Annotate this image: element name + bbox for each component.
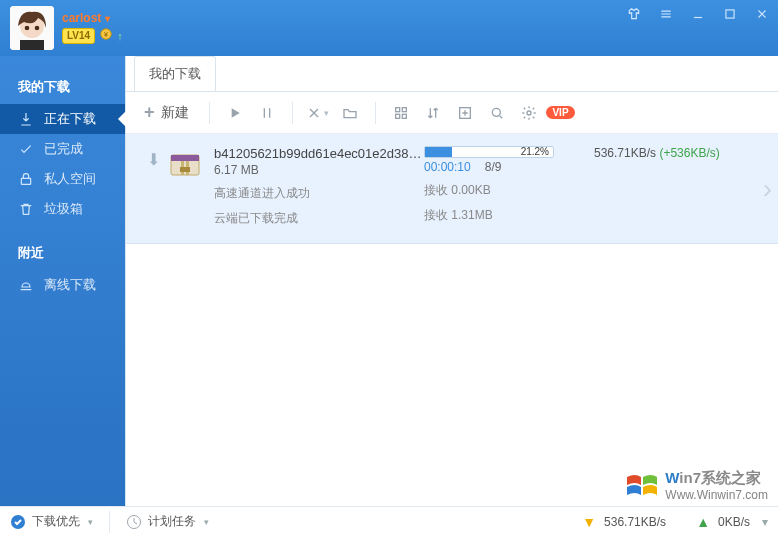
drag-handle-icon[interactable]: ⬇ bbox=[140, 146, 166, 227]
coin-icon: ¥ bbox=[99, 27, 113, 45]
file-size: 6.17 MB bbox=[214, 163, 424, 177]
svg-rect-9 bbox=[395, 107, 399, 111]
progress-percent: 21.2% bbox=[521, 146, 549, 157]
maximize-icon[interactable] bbox=[720, 4, 740, 24]
schedule-button[interactable]: 计划任务▾ bbox=[126, 513, 209, 530]
pause-button[interactable] bbox=[252, 98, 282, 128]
sidebar-item-label: 私人空间 bbox=[44, 170, 96, 188]
sidebar-item-label: 离线下载 bbox=[44, 276, 96, 294]
svg-text:¥: ¥ bbox=[104, 31, 108, 38]
receive-info: 接收 0.00KB bbox=[424, 182, 594, 199]
elapsed-time: 00:00:10 bbox=[424, 160, 471, 174]
progress-bar: 21.2% bbox=[424, 146, 554, 158]
svg-rect-12 bbox=[402, 114, 406, 118]
avatar[interactable] bbox=[10, 6, 54, 50]
sidebar-item-label: 已完成 bbox=[44, 140, 83, 158]
delete-button[interactable]: ▾ bbox=[303, 98, 333, 128]
username[interactable]: carlost▾ bbox=[62, 11, 123, 25]
receive-info: 接收 1.31MB bbox=[424, 207, 594, 224]
download-row[interactable]: ⬇ b41205621b99dd61e4ec01e2d3857... 6.17 … bbox=[126, 134, 778, 244]
sort-button[interactable] bbox=[418, 98, 448, 128]
sidebar-item-label: 垃圾箱 bbox=[44, 200, 83, 218]
skin-icon[interactable] bbox=[624, 4, 644, 24]
upload-arrow-icon: ▲ bbox=[696, 514, 710, 530]
search-button[interactable] bbox=[482, 98, 512, 128]
caret-down-icon: ▾ bbox=[105, 13, 110, 24]
status-bar: 下载优先▾ 计划任务▾ ▼ 536.71KB/s ▲ 0KB/s ▾ bbox=[0, 506, 778, 536]
speed-bonus: (+536KB/s) bbox=[659, 146, 719, 160]
svg-point-2 bbox=[25, 26, 30, 31]
speed: 536.71KB/s bbox=[594, 146, 656, 160]
sidebar-item-private[interactable]: 私人空间 bbox=[0, 164, 125, 194]
sidebar-item-trash[interactable]: 垃圾箱 bbox=[0, 194, 125, 224]
level-badge: LV14 bbox=[62, 28, 95, 44]
status-up-speed: 0KB/s bbox=[718, 515, 750, 529]
view-grid-button[interactable] bbox=[386, 98, 416, 128]
sidebar-group-title: 附近 bbox=[0, 240, 125, 270]
play-button[interactable] bbox=[220, 98, 250, 128]
svg-point-3 bbox=[35, 26, 40, 31]
sidebar-item-label: 正在下载 bbox=[44, 110, 96, 128]
plus-icon: + bbox=[144, 102, 155, 123]
sidebar-item-completed[interactable]: 已完成 bbox=[0, 134, 125, 164]
sidebar-item-downloading[interactable]: 正在下载 bbox=[0, 104, 125, 134]
svg-point-14 bbox=[492, 108, 500, 116]
chevron-right-icon[interactable]: › bbox=[763, 173, 772, 205]
parts-count: 8/9 bbox=[485, 160, 502, 174]
vip-button[interactable]: VIP bbox=[546, 98, 576, 128]
sidebar-group-title: 我的下载 bbox=[0, 74, 125, 104]
arrow-up-icon: ↑ bbox=[117, 30, 123, 42]
new-button[interactable]: + 新建 bbox=[140, 98, 199, 127]
filetype-icon bbox=[166, 146, 204, 184]
svg-point-15 bbox=[527, 111, 531, 115]
toolbar: + 新建 ▾ VIP bbox=[126, 92, 778, 134]
svg-rect-17 bbox=[171, 155, 199, 161]
tab-downloads[interactable]: 我的下载 bbox=[134, 56, 216, 91]
status-message: 高速通道进入成功 bbox=[214, 185, 424, 202]
close-icon[interactable] bbox=[752, 4, 772, 24]
svg-rect-4 bbox=[20, 40, 44, 50]
settings-button[interactable] bbox=[514, 98, 544, 128]
priority-button[interactable]: 下载优先▾ bbox=[10, 513, 93, 530]
sidebar: 我的下载 正在下载 已完成 私人空间 垃圾箱 附近 离线下载 bbox=[0, 56, 125, 506]
svg-rect-8 bbox=[21, 178, 30, 184]
import-button[interactable] bbox=[450, 98, 480, 128]
status-message: 云端已下载完成 bbox=[214, 210, 424, 227]
open-folder-button[interactable] bbox=[335, 98, 365, 128]
minimize-icon[interactable] bbox=[688, 4, 708, 24]
menu-icon[interactable] bbox=[656, 4, 676, 24]
svg-rect-10 bbox=[402, 107, 406, 111]
download-arrow-icon: ▼ bbox=[582, 514, 596, 530]
svg-rect-11 bbox=[395, 114, 399, 118]
sidebar-item-offline[interactable]: 离线下载 bbox=[0, 270, 125, 300]
file-name: b41205621b99dd61e4ec01e2d3857... bbox=[214, 146, 424, 161]
svg-rect-7 bbox=[726, 10, 734, 18]
svg-rect-20 bbox=[180, 167, 190, 172]
status-down-speed: 536.71KB/s bbox=[604, 515, 666, 529]
